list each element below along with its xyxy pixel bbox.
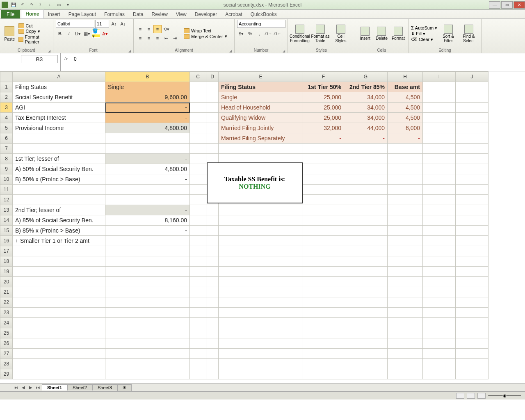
col-header[interactable]: I [423, 72, 456, 82]
cell[interactable]: 44,000 [344, 123, 388, 133]
tab-formulas[interactable]: Formulas [100, 10, 129, 18]
cell[interactable]: 32,000 [303, 123, 344, 133]
cell[interactable]: Filing Status [13, 82, 105, 92]
row-header[interactable]: 24 [0, 318, 13, 328]
row-header[interactable]: 18 [0, 256, 13, 267]
cell[interactable]: B) 85% x (ProInc > Base) [13, 226, 105, 236]
minimize-button[interactable]: — [489, 1, 500, 9]
row-header[interactable]: 23 [0, 308, 13, 318]
row-header[interactable]: 11 [0, 185, 13, 195]
row-header[interactable]: 9 [0, 164, 13, 174]
cell[interactable]: Base amt [388, 82, 423, 92]
col-header[interactable]: C [190, 72, 206, 82]
indent-dec-icon[interactable]: ⇤ [162, 34, 170, 42]
format-painter-button[interactable]: Format Painter [18, 34, 50, 44]
sheet-tab[interactable]: Sheet3 [92, 384, 117, 390]
cell[interactable]: A) 85% of Social Security Ben. [13, 215, 105, 226]
dialog-launcher-icon[interactable]: ◢ [128, 49, 131, 53]
border-button[interactable]: ▦▾ [83, 30, 91, 38]
row-header[interactable]: 12 [0, 195, 13, 205]
row-header[interactable]: 21 [0, 287, 13, 297]
font-color-button[interactable]: A▾ [101, 30, 109, 38]
new-sheet-button[interactable]: ✳ [117, 384, 132, 391]
col-header[interactable]: E [219, 72, 303, 82]
row-header[interactable]: 22 [0, 297, 13, 308]
align-center-icon[interactable]: ≡ [145, 34, 153, 42]
row-header[interactable]: 27 [0, 349, 13, 359]
underline-button[interactable]: U▾ [74, 30, 82, 38]
orientation-icon[interactable]: ⟲▾ [162, 25, 170, 33]
percent-icon[interactable]: % [246, 30, 254, 38]
cell[interactable]: 1st Tier 50% [303, 82, 344, 92]
cell[interactable]: Filing Status [219, 82, 303, 92]
cell[interactable]: 9,600.00 [105, 92, 190, 103]
format-as-table-button[interactable]: Format as Table [311, 25, 330, 43]
cell[interactable]: 34,000 [344, 92, 388, 103]
formula-input[interactable] [72, 55, 523, 63]
cell[interactable]: 4,500 [388, 92, 423, 103]
increase-decimal-icon[interactable]: .0→ [264, 30, 272, 38]
col-header[interactable]: B [105, 72, 190, 82]
sheet-nav-next-icon[interactable]: ▶ [27, 384, 34, 391]
align-right-icon[interactable]: ≡ [153, 34, 162, 42]
cell[interactable]: Married Filing Jointly [219, 123, 303, 133]
row-header[interactable]: 5 [0, 123, 13, 133]
sheet-tab[interactable]: Sheet2 [67, 384, 92, 390]
row-header[interactable]: 20 [0, 277, 13, 287]
cell[interactable]: 34,000 [344, 103, 388, 113]
cell[interactable]: 4,500 [388, 113, 423, 123]
insert-cells-button[interactable]: Insert [358, 27, 372, 41]
align-middle-icon[interactable]: ≡ [145, 25, 153, 33]
qat-undo-icon[interactable]: ↶ [19, 1, 26, 9]
cell[interactable]: 4,500 [388, 103, 423, 113]
cell[interactable]: - [105, 205, 190, 215]
qat-btn[interactable]: Σ [37, 1, 44, 9]
row-header[interactable]: 4 [0, 113, 13, 123]
align-left-icon[interactable]: ≡ [136, 34, 144, 42]
cell[interactable]: - [388, 133, 423, 144]
tab-developer[interactable]: Developer [191, 10, 221, 18]
sheet-nav-last-icon[interactable]: ⏭ [34, 384, 42, 391]
paste-button[interactable]: Paste [2, 21, 17, 47]
format-cells-button[interactable]: Format [391, 27, 406, 41]
file-tab[interactable]: File [1, 10, 20, 18]
row-header[interactable]: 10 [0, 174, 13, 185]
row-header[interactable]: 25 [0, 328, 13, 338]
fill-button[interactable]: ⬇ Fill ▾ [411, 31, 437, 37]
conditional-formatting-button[interactable]: Conditional Formatting [290, 25, 309, 43]
row-header[interactable]: 17 [0, 246, 13, 256]
col-header[interactable]: J [456, 72, 488, 82]
spreadsheet-grid[interactable]: A B C D E F G H I J 1 Filing Status Sing… [0, 71, 525, 383]
cell[interactable]: 25,000 [303, 113, 344, 123]
cell[interactable]: 34,000 [344, 113, 388, 123]
row-header[interactable]: 7 [0, 144, 13, 154]
tab-view[interactable]: View [172, 10, 191, 18]
merge-center-button[interactable]: Merge & Center ▾ [184, 34, 227, 39]
row-header[interactable]: 3 [0, 103, 13, 113]
cell[interactable]: - [344, 133, 388, 144]
row-header[interactable]: 14 [0, 215, 13, 226]
autosum-button[interactable]: Σ AutoSum ▾ [411, 25, 437, 31]
cell[interactable]: 6,000 [388, 123, 423, 133]
cell[interactable]: Social Security Benefit [13, 92, 105, 103]
col-header[interactable]: D [206, 72, 219, 82]
select-all-corner[interactable] [0, 72, 13, 82]
shrink-font-icon[interactable]: A↓ [119, 20, 127, 28]
cell[interactable]: 8,160.00 [105, 215, 190, 226]
italic-button[interactable]: I [65, 30, 73, 38]
align-top-icon[interactable]: ≡ [136, 25, 144, 33]
maximize-button[interactable]: ▭ [501, 1, 513, 9]
cell[interactable]: 2nd Tier; lesser of [13, 205, 105, 215]
sheet-nav-prev-icon[interactable]: ◀ [20, 384, 27, 391]
col-header[interactable]: H [388, 72, 423, 82]
tab-review[interactable]: Review [147, 10, 171, 18]
sheet-tab[interactable]: Sheet1 [42, 384, 67, 390]
sort-filter-button[interactable]: Sort & Filter [439, 25, 458, 43]
wrap-text-button[interactable]: Wrap Text [184, 28, 227, 33]
cell[interactable]: - [105, 154, 190, 164]
comma-icon[interactable]: , [255, 30, 263, 38]
row-header[interactable]: 16 [0, 236, 13, 246]
close-button[interactable]: ✕ [514, 1, 525, 9]
cell[interactable]: Head of Household [219, 103, 303, 113]
cell[interactable]: 2nd Tier 85% [344, 82, 388, 92]
